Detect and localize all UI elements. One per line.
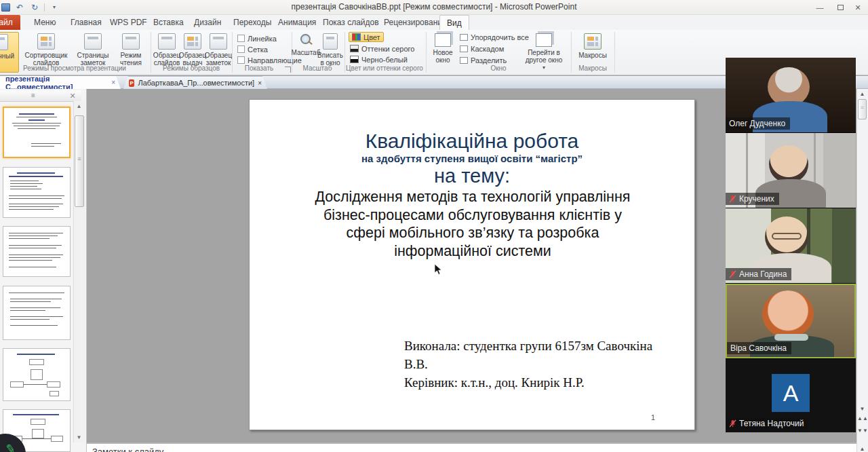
grid-checkbox-row[interactable]: Сетка (237, 44, 268, 54)
participant-avatar (769, 145, 808, 183)
slide-credits: Виконала: студентка групи 6157зм Савочкі… (404, 337, 675, 392)
group-show-caption: Показать (233, 64, 285, 72)
grayscale-icon (350, 45, 359, 52)
powerpoint-window: ↶ ↻ ▾ презентація СавочкінаВВ.ppt [Режим… (0, 0, 868, 452)
arrange-all-icon (460, 34, 468, 41)
muted-mic-icon (729, 270, 736, 278)
participant-avatar (762, 290, 814, 338)
group-masters-caption: Режимы образцов (152, 64, 231, 72)
normal-view-icon (0, 34, 8, 50)
tab-animation[interactable]: Анимация (271, 15, 323, 30)
previous-slide-icon[interactable]: ▲▲ (857, 417, 867, 421)
slide-thumbnail-2[interactable] (3, 167, 71, 218)
slide-page-number: 1 (651, 413, 655, 421)
black-white-button[interactable]: Черно-белый (350, 54, 408, 64)
slide-thumbnail-5[interactable] (3, 348, 71, 401)
group-separator (571, 32, 572, 73)
slide-master-icon (158, 33, 176, 50)
muted-mic-icon (729, 195, 736, 203)
glasses (772, 233, 802, 240)
tab-view[interactable]: Вид (439, 15, 469, 30)
scroll-up-icon[interactable]: ▲ (74, 103, 84, 109)
main-scrollbar[interactable] (856, 89, 868, 452)
tab-home[interactable]: Главная (64, 15, 108, 30)
group-separator (151, 32, 151, 73)
pane-close-icon[interactable]: ✕ (68, 91, 77, 100)
video-tile-1[interactable]: Олег Дудченко (726, 58, 856, 132)
magnifier-icon (299, 33, 313, 47)
close-button[interactable]: ✕ (849, 3, 867, 13)
slide-topic-text: Дослідження методів та технологій управл… (277, 188, 669, 260)
cascade-button[interactable]: Каскадом (460, 43, 504, 54)
color-icon (352, 33, 361, 41)
group-zoom-caption: Масштаб (292, 64, 343, 72)
tab-slideshow[interactable]: Показ слайдов (316, 15, 386, 30)
pencil-icon: ✎ (4, 441, 17, 452)
color-button[interactable]: Цвет (349, 32, 384, 42)
notes-pane[interactable]: Заметки к слайду (87, 442, 868, 452)
slide-thumbnail-4[interactable] (3, 286, 71, 340)
ruler-checkbox-row[interactable]: Линейка (237, 33, 277, 43)
notes-placeholder: Заметки к слайду (92, 447, 163, 452)
participant-name-label: Тетяна Надточий (726, 417, 808, 430)
mouse-cursor (434, 263, 442, 276)
window-title: презентація СавочкінаВВ.ppt [Режим совме… (0, 2, 868, 12)
ruler-checkbox[interactable] (237, 35, 245, 42)
show-dialog-launcher-icon[interactable] (285, 67, 291, 73)
notes-master-icon (210, 33, 227, 50)
video-tile-2[interactable]: Кручених (726, 133, 856, 208)
scroll-up-icon[interactable]: ▲ (857, 91, 867, 97)
tab-close-icon[interactable]: × (258, 79, 262, 87)
group-separator (614, 32, 615, 73)
slides-tab-icon[interactable]: ≡ (28, 92, 38, 99)
collar (774, 334, 808, 341)
video-call-panel: Олег Дудченко Кручених Анна Година (726, 58, 856, 432)
video-tile-3[interactable]: Анна Година (726, 208, 856, 283)
tab-transitions[interactable]: Переходы (226, 15, 278, 30)
slide-thumbnail-3[interactable] (3, 226, 71, 277)
split-icon (460, 57, 468, 64)
scroll-down-icon[interactable]: ▼ (74, 434, 84, 440)
tab-insert[interactable]: Вставка (146, 15, 191, 30)
minimize-button[interactable]: — (811, 3, 829, 13)
reading-view-icon (122, 33, 140, 50)
grid-checkbox[interactable] (237, 45, 245, 53)
slide-thumbnail-1[interactable] (3, 107, 71, 158)
grayscale-button[interactable]: Оттенки серого (350, 43, 414, 54)
main-scroll-thumb[interactable] (858, 99, 867, 119)
tab-menu[interactable]: Меню (27, 15, 62, 30)
document-tab-current[interactable]: презентація С...овместимости] × (0, 76, 121, 89)
handout-master-icon (184, 33, 201, 50)
participant-name-label: Олег Дудченко (726, 117, 790, 130)
next-slide-icon[interactable]: ▼▼ (857, 429, 867, 433)
arrange-all-button[interactable]: Упорядочить все (460, 32, 529, 42)
participant-name-label: Кручених (726, 193, 779, 205)
maximize-button[interactable] (831, 3, 849, 13)
slide-sorter-icon (37, 33, 55, 50)
slide-title: Кваліфікаційна робота (250, 130, 694, 153)
slide-canvas[interactable]: Кваліфікаційна робота на здобуття ступен… (249, 99, 695, 430)
video-tile-5[interactable]: А Тетяна Надточий (726, 359, 856, 432)
muted-mic-icon (729, 419, 736, 428)
fit-to-window-icon (323, 33, 338, 50)
slide-topic-label: на тему: (250, 165, 694, 187)
group-macros-caption: Макросы (572, 64, 613, 72)
notes-page-icon (84, 33, 102, 50)
slide-subtitle: на здобуття ступеня вищої освіти “магіст… (250, 153, 694, 164)
group-window-caption: Окно (427, 64, 570, 72)
thumbnails-scroll-thumb[interactable] (75, 115, 84, 207)
split-button[interactable]: Разделить (460, 55, 507, 65)
notes-scroll-up-icon[interactable]: ▲ (857, 446, 867, 452)
tab-close-icon[interactable]: × (111, 79, 115, 86)
group-separator (232, 32, 233, 73)
tab-design[interactable]: Дизайн (187, 15, 228, 30)
macros-icon (584, 33, 601, 50)
guides-checkbox[interactable] (237, 56, 245, 64)
scroll-down-icon[interactable]: ▼ (857, 406, 867, 412)
group-separator (426, 32, 427, 73)
video-tile-4[interactable]: Віра Савочкіна (726, 284, 856, 358)
document-tab-other[interactable]: P ЛабарткаваА_Пр...овместимости] × (123, 76, 267, 89)
maximize-icon (837, 5, 844, 10)
tab-file[interactable]: Файл (0, 15, 20, 30)
powerpoint-file-icon: P (129, 79, 134, 87)
